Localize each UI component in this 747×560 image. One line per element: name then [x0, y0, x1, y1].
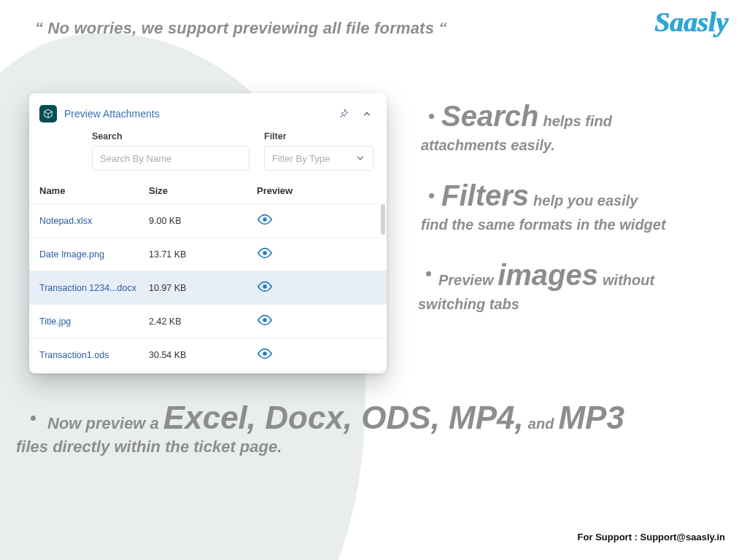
eye-icon — [257, 281, 273, 295]
svg-point-0 — [263, 217, 267, 222]
bullet-images: Preview imageswithout switching tabs — [407, 255, 731, 314]
filter-select[interactable]: Filter By Type — [264, 146, 374, 171]
preview-button[interactable] — [251, 314, 376, 328]
file-name[interactable]: Title.jpg — [39, 316, 149, 327]
bullet-dot-icon — [31, 416, 36, 421]
support-contact: For Support : Support@saasly.in — [578, 532, 725, 542]
svg-point-1 — [263, 251, 267, 255]
table-row[interactable]: Notepad.xlsx9.00 KB — [29, 204, 387, 238]
search-input[interactable] — [100, 153, 241, 164]
bottom-feature: Now preview a Excel, Docx, ODS, MP4, and… — [13, 400, 735, 456]
bullet-search: Searchhelps find attachments easily. — [410, 96, 731, 155]
widget-title: Preview Attachments — [64, 108, 160, 120]
svg-point-2 — [263, 284, 267, 289]
preview-button[interactable] — [251, 214, 376, 228]
eye-icon — [257, 214, 273, 228]
table-header: Name Size Preview — [29, 178, 387, 204]
file-size: 30.54 KB — [149, 350, 251, 360]
table-body: Notepad.xlsx9.00 KBDate Image.png13.71 K… — [29, 204, 387, 373]
table-row[interactable]: Transaction 1234...docx10.97 KB — [29, 271, 387, 305]
filter-placeholder: Filter By Type — [272, 153, 330, 164]
cube-icon — [39, 105, 57, 122]
file-name[interactable]: Transaction 1234...docx — [39, 283, 149, 293]
scroll-thumb[interactable] — [381, 204, 385, 235]
feature-bullets: Searchhelps find attachments easily. Fil… — [410, 96, 731, 335]
col-size: Size — [149, 185, 251, 196]
widget-header: Preview Attachments — [29, 93, 387, 128]
bullet-dot-icon — [426, 271, 431, 276]
filter-label: Filter — [264, 131, 374, 141]
preview-button[interactable] — [251, 247, 376, 261]
file-name[interactable]: Notepad.xlsx — [39, 216, 149, 226]
svg-point-3 — [263, 318, 267, 322]
file-name[interactable]: Date Image.png — [39, 249, 149, 260]
scrollbar[interactable] — [381, 204, 385, 373]
collapse-icon[interactable] — [360, 107, 374, 120]
file-size: 13.71 KB — [149, 249, 251, 260]
bullet-dot-icon — [429, 114, 434, 119]
file-size: 2.42 KB — [149, 316, 251, 327]
file-size: 9.00 KB — [149, 216, 251, 226]
widget-controls: Search Filter Filter By Type — [29, 128, 387, 178]
preview-attachments-widget: Preview Attachments Search Filter Filter… — [29, 93, 387, 373]
eye-icon — [257, 314, 273, 328]
bullet-filters: Filtershelp you easily find the same for… — [410, 176, 731, 235]
svg-point-4 — [263, 351, 267, 356]
col-name: Name — [39, 185, 149, 196]
file-name[interactable]: Transaction1.ods — [39, 350, 149, 360]
preview-button[interactable] — [251, 281, 376, 295]
search-input-wrap — [92, 146, 249, 171]
bullet-dot-icon — [429, 193, 434, 198]
table-row[interactable]: Date Image.png13.71 KB — [29, 238, 387, 271]
search-label: Search — [92, 131, 249, 141]
file-size: 10.97 KB — [149, 283, 251, 293]
col-preview: Preview — [251, 185, 376, 196]
eye-icon — [257, 247, 273, 261]
pin-icon[interactable] — [337, 107, 350, 120]
eye-icon — [257, 348, 273, 362]
table-row[interactable]: Transaction1.ods30.54 KB — [29, 338, 387, 372]
page-tagline: “ No worries, we support previewing all … — [35, 19, 447, 38]
preview-button[interactable] — [251, 348, 376, 362]
table-row[interactable]: Title.jpg2.42 KB — [29, 305, 387, 338]
brand-logo: Saasly — [654, 6, 728, 38]
chevron-down-icon — [355, 153, 365, 163]
